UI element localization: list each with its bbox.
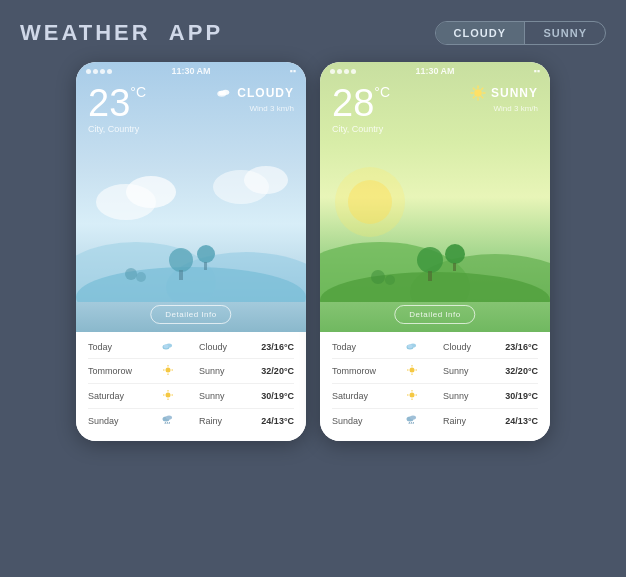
s-icon-1 — [404, 364, 420, 378]
sunny-screen: 11:30 AM ▪▪ 28°C City, Country — [320, 62, 550, 332]
svg-point-7 — [126, 176, 176, 208]
svg-line-70 — [411, 422, 412, 424]
svg-line-33 — [169, 422, 170, 424]
cloudy-unit: °C — [130, 84, 146, 100]
s-forecast-row-0: Today Cloudy 23/16°C — [332, 336, 538, 359]
svg-point-52 — [371, 270, 385, 284]
s-forecast-row-1: Tommorow Sunny 32/20°C — [332, 359, 538, 384]
phones-container: 11:30 AM ▪▪ 23°C City, Country — [20, 62, 606, 441]
cloudy-scene-svg — [76, 142, 306, 302]
cloudy-condition-icon — [215, 84, 233, 102]
svg-line-42 — [473, 96, 475, 98]
sunny-unit: °C — [374, 84, 390, 100]
sunny-phone: 11:30 AM ▪▪ 28°C City, Country — [320, 62, 550, 441]
icon-1 — [160, 364, 176, 378]
dot1 — [86, 69, 91, 74]
sunny-condition-name: SUNNY — [491, 86, 538, 100]
svg-point-2 — [219, 91, 225, 96]
icon-3 — [160, 414, 176, 428]
sunny-battery: ▪▪ — [534, 66, 540, 76]
sunny-condition-row: SUNNY — [469, 84, 538, 102]
day-0: Today — [88, 342, 138, 352]
s-dot1 — [330, 69, 335, 74]
cond-2: Sunny — [199, 391, 239, 401]
s-dot2 — [337, 69, 342, 74]
sunny-scene-svg — [320, 142, 550, 302]
forecast-row-2: Saturday Sunny 30/19°C — [88, 384, 294, 409]
s-icon-2 — [404, 389, 420, 403]
svg-point-53 — [385, 275, 395, 285]
icon-0 — [160, 341, 176, 353]
svg-line-71 — [413, 422, 414, 424]
svg-point-56 — [408, 345, 413, 349]
svg-point-15 — [136, 272, 146, 282]
cloudy-city: City, Country — [88, 124, 146, 134]
cloudy-screen: 11:30 AM ▪▪ 23°C City, Country — [76, 62, 306, 332]
sunny-condition-icon — [469, 84, 487, 102]
forecast-row-3: Sunday Rainy 24/13°C — [88, 409, 294, 433]
sunny-signal-dots — [330, 69, 356, 74]
svg-rect-51 — [453, 263, 456, 271]
cloudy-battery: ▪▪ — [290, 66, 296, 76]
icon-2 — [160, 389, 176, 403]
sunny-detail-btn[interactable]: Detailed Info — [394, 305, 475, 324]
s-cond-3: Rainy — [443, 416, 483, 426]
s-day-1: Tommorow — [332, 366, 382, 376]
s-forecast-row-3: Sunday Rainy 24/13°C — [332, 409, 538, 433]
svg-point-12 — [197, 245, 215, 263]
cond-0: Cloudy — [199, 342, 239, 352]
svg-point-34 — [474, 89, 482, 97]
forecast-row-0: Today Cloudy 23/16°C — [88, 336, 294, 359]
svg-rect-49 — [428, 271, 432, 281]
svg-line-41 — [481, 88, 483, 90]
cloudy-landscape — [76, 142, 306, 302]
day-2: Saturday — [88, 391, 138, 401]
sunny-weather-info: 28°C City, Country — [320, 78, 550, 138]
s-icon-3 — [404, 414, 420, 428]
sunny-status-bar: 11:30 AM ▪▪ — [320, 62, 550, 78]
tab-cloudy[interactable]: CLOUDY — [436, 22, 524, 44]
dot3 — [100, 69, 105, 74]
day-1: Tommorow — [88, 366, 138, 376]
cloudy-condition-name: CLOUDY — [237, 86, 294, 100]
sunny-time: 11:30 AM — [415, 66, 454, 76]
tab-sunny[interactable]: SUNNY — [525, 22, 605, 44]
s-temp-0: 23/16°C — [505, 342, 538, 352]
svg-point-18 — [164, 345, 169, 349]
svg-point-10 — [169, 248, 193, 272]
svg-point-30 — [166, 416, 172, 420]
svg-line-31 — [165, 422, 166, 424]
app-title: WEATHER APP — [20, 20, 223, 46]
cloudy-status-bar: 11:30 AM ▪▪ — [76, 62, 306, 78]
cloudy-weather-info: 23°C City, Country CLOUDY Wind 3 km/h — [76, 78, 306, 138]
s-day-2: Saturday — [332, 391, 382, 401]
svg-point-14 — [125, 268, 137, 280]
temp-2: 30/19°C — [261, 391, 294, 401]
header: WEATHER APP CLOUDY SUNNY — [20, 20, 606, 46]
s-cond-2: Sunny — [443, 391, 483, 401]
dot2 — [93, 69, 98, 74]
cloudy-forecast-table: Today Cloudy 23/16°C Tommorow Sunny 32/2… — [76, 332, 306, 441]
svg-point-68 — [410, 416, 416, 420]
sunny-forecast-table: Today Cloudy 23/16°C Tommorow Sunny 32/2… — [320, 332, 550, 441]
sunny-temp: 28 — [332, 82, 374, 124]
svg-point-24 — [166, 393, 171, 398]
svg-line-40 — [481, 96, 483, 98]
day-3: Sunday — [88, 416, 138, 426]
s-temp-2: 30/19°C — [505, 391, 538, 401]
svg-point-50 — [445, 244, 465, 264]
cloudy-detail-btn[interactable]: Detailed Info — [150, 305, 231, 324]
svg-point-57 — [410, 368, 415, 373]
cond-1: Sunny — [199, 366, 239, 376]
s-cond-1: Sunny — [443, 366, 483, 376]
s-day-0: Today — [332, 342, 382, 352]
svg-point-48 — [417, 247, 443, 273]
dot4 — [107, 69, 112, 74]
sunny-condition-block: SUNNY Wind 3 km/h — [469, 84, 538, 113]
title-light: WEATHER — [20, 20, 151, 45]
cloudy-temp-block: 23°C City, Country — [88, 84, 146, 134]
svg-point-9 — [244, 166, 288, 194]
svg-rect-11 — [179, 270, 183, 280]
cloudy-condition-block: CLOUDY Wind 3 km/h — [215, 84, 294, 113]
s-temp-1: 32/20°C — [505, 366, 538, 376]
